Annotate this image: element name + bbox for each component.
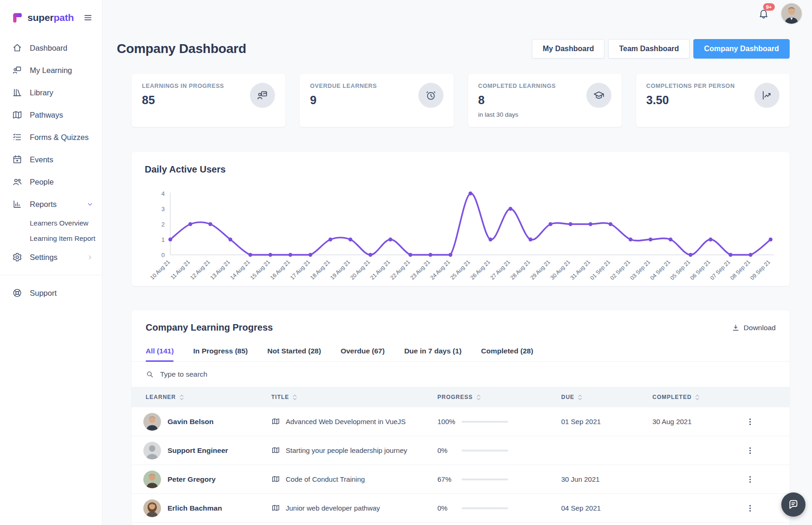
sort-icon [476, 394, 481, 400]
table-row-gavin-belson[interactable]: Gavin BelsonAdvanced Web Development in … [132, 407, 790, 436]
notifications-button[interactable]: 9+ [758, 8, 769, 19]
table-row-erlich-bachman[interactable]: Erlich BachmanJunior web developer pathw… [132, 494, 790, 523]
completed-cell: 30 Aug 2021 [652, 418, 745, 425]
home-icon [12, 43, 22, 53]
chevron-down-icon [87, 201, 94, 208]
tab-due-in-7-days-1[interactable]: Due in 7 days (1) [404, 347, 462, 361]
training-icon [250, 83, 275, 108]
search-input[interactable] [159, 370, 776, 379]
sidebar-item-pathways[interactable]: Pathways [0, 104, 102, 126]
title-cell: Advanced Web Development in VueJS [271, 417, 437, 426]
stat-label: COMPLETIONS PER PERSON [646, 83, 735, 89]
svg-text:06 Sep 21: 06 Sep 21 [689, 259, 712, 281]
stat-value: 85 [142, 93, 224, 107]
content: LEARNINGS IN PROGRESS85OVERDUE LEARNERS9… [102, 74, 812, 525]
sort-icon [577, 394, 583, 400]
sidebar-item-people[interactable]: People [0, 171, 102, 193]
title-cell: Code of Conduct Training [271, 475, 437, 484]
sidebar-item-support[interactable]: Support [0, 282, 102, 304]
page-header: Company Dashboard My DashboardTeam Dashb… [102, 27, 812, 59]
tab-in-progress-85[interactable]: In Progress (85) [193, 347, 248, 361]
svg-text:2: 2 [161, 221, 165, 228]
row-menu-button[interactable] [745, 504, 755, 513]
stat-card-text: LEARNINGS IN PROGRESS85 [142, 83, 224, 118]
chevron-right-icon [87, 254, 94, 261]
sidebar-item-label: Settings [30, 253, 58, 262]
learner-cell: Erlich Bachman [132, 499, 271, 517]
sidebar-item-events[interactable]: Events [0, 148, 102, 171]
column-header-title[interactable]: TITLE [271, 394, 437, 400]
sidebar-item-label: People [30, 178, 54, 186]
sidebar-item-my-learning[interactable]: My Learning [0, 59, 102, 81]
tab-not-started-28[interactable]: Not Started (28) [267, 347, 321, 361]
svg-text:11 Aug 21: 11 Aug 21 [169, 259, 192, 281]
open-book-icon [271, 446, 280, 455]
forms-quizzes-icon [12, 132, 22, 142]
stat-card-completions-per-person: COMPLETIONS PER PERSON3.50 [636, 74, 790, 127]
learning-progress-header: Company Learning Progress Download [132, 322, 790, 333]
svg-text:16 Aug 21: 16 Aug 21 [269, 259, 291, 281]
sidebar-item-dashboard[interactable]: Dashboard [0, 37, 102, 59]
progress-percent: 0% [437, 446, 462, 454]
row-menu-button[interactable] [745, 417, 755, 426]
column-header-label: DUE [561, 394, 574, 400]
table-row-peter-gregory[interactable]: Peter GregoryCode of Conduct Training67%… [132, 465, 790, 494]
tab-all-141[interactable]: All (141) [146, 347, 174, 361]
sidebar-subitem-learners-overview[interactable]: Learners Overview [0, 215, 102, 231]
superpath-flag-icon [11, 11, 24, 24]
progress-bar [462, 450, 508, 452]
stat-value: 9 [310, 93, 377, 107]
column-header-learner[interactable]: LEARNER [132, 394, 271, 400]
column-header-completed[interactable]: COMPLETED [652, 394, 745, 400]
svg-text:0: 0 [161, 252, 165, 259]
view-tab-company-dashboard[interactable]: Company Dashboard [693, 39, 790, 59]
tab-overdue-67[interactable]: Overdue (67) [341, 347, 385, 361]
svg-text:19 Aug 21: 19 Aug 21 [329, 259, 351, 281]
title-cell: Junior web developer pathway [271, 504, 437, 512]
avatar-placeholder [143, 442, 161, 459]
library-icon [12, 87, 22, 98]
sidebar-item-forms-quizzes[interactable]: Forms & Quizzes [0, 126, 102, 148]
pathways-icon [12, 110, 22, 120]
sidebar-item-library[interactable]: Library [0, 81, 102, 104]
menu-collapse-icon[interactable] [83, 13, 93, 22]
svg-text:03 Sep 21: 03 Sep 21 [629, 259, 652, 281]
topbar: 9+ [102, 0, 812, 27]
view-tab-team-dashboard[interactable]: Team Dashboard [608, 39, 690, 59]
sidebar-item-reports[interactable]: Reports [0, 193, 102, 215]
avatar-photo [143, 471, 161, 488]
svg-text:15 Aug 21: 15 Aug 21 [249, 259, 271, 281]
sidebar-item-label: Dashboard [30, 44, 67, 53]
company-learning-progress-card: Company Learning Progress Download All (… [132, 310, 790, 525]
user-avatar[interactable] [781, 3, 802, 24]
svg-text:3: 3 [161, 206, 165, 213]
events-icon [12, 154, 22, 165]
svg-text:17 Aug 21: 17 Aug 21 [289, 259, 311, 281]
learner-cell: Gavin Belson [132, 413, 271, 431]
svg-text:21 Aug 21: 21 Aug 21 [369, 259, 391, 281]
svg-text:30 Aug 21: 30 Aug 21 [549, 259, 571, 281]
svg-text:27 Aug 21: 27 Aug 21 [489, 259, 511, 281]
download-icon [731, 324, 740, 332]
svg-text:18 Aug 21: 18 Aug 21 [309, 259, 331, 281]
stat-card-learnings-in-progress: LEARNINGS IN PROGRESS85 [132, 74, 285, 127]
column-header-due[interactable]: DUE [561, 394, 652, 400]
column-header-progress[interactable]: PROGRESS [437, 394, 561, 400]
table-row-support-engineer[interactable]: Support EngineerStarting your people lea… [132, 436, 790, 465]
sort-icon [695, 394, 700, 400]
learner-cell: Support Engineer [132, 442, 271, 459]
sidebar-item-label: Support [30, 289, 57, 298]
sidebar-subitem-learning-item-report[interactable]: Learning Item Report [0, 231, 102, 246]
open-book-icon [271, 504, 280, 512]
tab-completed-28[interactable]: Completed (28) [481, 347, 533, 361]
view-tab-my-dashboard[interactable]: My Dashboard [532, 39, 604, 59]
reports-icon [12, 199, 22, 209]
row-menu-button[interactable] [745, 475, 755, 484]
sidebar-item-settings[interactable]: Settings [0, 246, 102, 268]
row-menu-button[interactable] [745, 446, 755, 455]
svg-text:31 Aug 21: 31 Aug 21 [569, 259, 591, 281]
column-header-label: TITLE [271, 394, 289, 400]
download-button[interactable]: Download [731, 324, 776, 332]
graduation-icon [586, 83, 611, 108]
chat-launcher-button[interactable] [781, 492, 805, 517]
